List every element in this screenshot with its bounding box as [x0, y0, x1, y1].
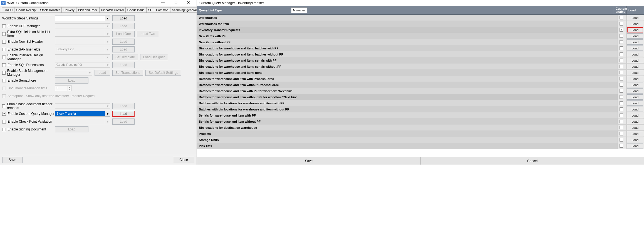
- minimize-button[interactable]: —: [157, 0, 169, 6]
- sqldim-checkbox[interactable]: [2, 63, 6, 67]
- right-titlebar: Custom Query Manager - InventoryTransfer: [197, 0, 644, 6]
- row-load-button[interactable]: Load: [627, 76, 643, 81]
- custom-enable-checkbox[interactable]: [620, 83, 623, 87]
- row-load-button[interactable]: Load: [627, 119, 643, 124]
- left-close-button[interactable]: Close: [173, 157, 194, 163]
- row-load-button[interactable]: Load: [627, 58, 643, 63]
- load-cell: Load: [627, 64, 644, 69]
- tab-grpo[interactable]: GRPO: [2, 7, 14, 12]
- left-save-button[interactable]: Save: [2, 157, 23, 163]
- custom-enable-checkbox[interactable]: [620, 71, 623, 74]
- grid-row: WarehousesLoad: [197, 15, 644, 21]
- batchmgr-defaults-button: Set Default Settings: [145, 70, 181, 76]
- tab-scanning-general[interactable]: Scanning: general: [170, 7, 199, 12]
- row-load-button[interactable]: Load: [627, 52, 643, 57]
- grid-row: New items with PFLoad: [197, 33, 644, 39]
- custom-enable-checkbox[interactable]: [620, 22, 623, 26]
- row-load-button[interactable]: Load: [627, 46, 643, 51]
- load-cell: Load: [627, 33, 644, 39]
- custom-enable-checkbox[interactable]: [620, 77, 623, 80]
- custom-enable-checkbox[interactable]: [620, 46, 623, 50]
- custom-enable-checkbox[interactable]: [620, 65, 623, 68]
- row-load-button[interactable]: Load: [627, 82, 643, 87]
- row-load-button[interactable]: Load: [627, 33, 643, 39]
- tab-goods-issue[interactable]: Goods Issue: [125, 7, 147, 12]
- row-load-button[interactable]: Load: [627, 143, 643, 148]
- grid-row: Warehouses for ItemLoad: [197, 21, 644, 27]
- query-name: Batches for warehouse and item with PF f…: [197, 88, 618, 94]
- custom-enable-checkbox[interactable]: [620, 28, 623, 32]
- right-save-button[interactable]: Save: [197, 157, 421, 165]
- cpv-checkbox[interactable]: [2, 120, 6, 124]
- row-load-button[interactable]: Load: [627, 39, 643, 45]
- custom-enable-checkbox[interactable]: [620, 144, 623, 148]
- row-load-button[interactable]: Load: [627, 131, 643, 136]
- workflow-load-button[interactable]: Load: [112, 15, 135, 21]
- custom-enable-checkbox[interactable]: [620, 59, 623, 62]
- docres-spinner: 5 ▴▾: [55, 85, 72, 91]
- semfirst-checkbox: [2, 94, 6, 98]
- row-load-button[interactable]: Load: [627, 27, 643, 32]
- newsu-checkbox[interactable]: [2, 40, 6, 44]
- custom-enable-checkbox[interactable]: [620, 138, 623, 142]
- basedoc-checkbox[interactable]: [2, 104, 5, 108]
- custom-enable-checkbox[interactable]: [620, 89, 623, 93]
- row-load-button[interactable]: Load: [627, 88, 643, 94]
- row-load-button[interactable]: Load: [627, 107, 643, 112]
- row-load-button[interactable]: Load: [627, 100, 643, 106]
- extrasql-checkbox[interactable]: [2, 32, 6, 36]
- row-load-button[interactable]: Load: [627, 94, 643, 100]
- cqm-combo[interactable]: Stock Transfer▾: [55, 111, 110, 117]
- sem-label: Enable Semaphore: [2, 79, 55, 82]
- custom-enable-cell: [618, 137, 627, 143]
- custom-enable-checkbox[interactable]: [620, 34, 623, 38]
- tab-delivery[interactable]: Delivery: [61, 7, 76, 12]
- row-load-button[interactable]: Load: [627, 125, 643, 130]
- custom-enable-checkbox[interactable]: [620, 52, 623, 56]
- custom-enable-checkbox[interactable]: [620, 16, 623, 19]
- custom-enable-checkbox[interactable]: [620, 107, 623, 111]
- custom-enable-checkbox[interactable]: [620, 114, 623, 117]
- sapline-checkbox[interactable]: [2, 48, 6, 51]
- right-cancel-button[interactable]: Cancel: [421, 157, 644, 165]
- tab-stock-transfer[interactable]: Stock Transfer: [38, 7, 62, 12]
- maximize-button[interactable]: ▢: [169, 0, 182, 6]
- sem-checkbox[interactable]: [2, 79, 6, 82]
- cqm-checkbox[interactable]: [2, 112, 6, 116]
- tab-goods-receipt[interactable]: Goods Receipt: [14, 7, 38, 12]
- custom-enable-checkbox[interactable]: [620, 132, 623, 135]
- row-load-button[interactable]: Load: [627, 15, 643, 20]
- cpv-combo: ▾: [55, 119, 110, 124]
- tab-pick-and-pack[interactable]: Pick and Pack: [76, 7, 100, 12]
- tab-manager[interactable]: Manager: [291, 7, 307, 13]
- query-name: Batches for warehouse and item with Proc…: [197, 76, 618, 82]
- sign-checkbox[interactable]: [2, 128, 6, 131]
- load-cell: Load: [627, 88, 644, 94]
- tab-su[interactable]: SU: [146, 7, 154, 12]
- load-cell: Load: [627, 76, 644, 82]
- idm-checkbox[interactable]: [2, 56, 6, 59]
- close-button[interactable]: ✕: [182, 0, 195, 6]
- custom-enable-checkbox[interactable]: [620, 95, 623, 99]
- custom-enable-checkbox[interactable]: [620, 40, 623, 44]
- row-load-button[interactable]: Load: [627, 21, 643, 26]
- tab-dispatch-control[interactable]: Dispatch Control: [99, 7, 126, 12]
- workflow-combo[interactable]: ▾: [55, 16, 110, 21]
- batchmgr-checkbox[interactable]: [2, 71, 6, 75]
- left-footer: Save Close: [0, 155, 197, 165]
- custom-enable-checkbox[interactable]: [620, 101, 623, 105]
- cpv-load-button: Load: [112, 119, 135, 125]
- row-load-button[interactable]: Load: [627, 137, 643, 142]
- udf-checkbox[interactable]: [2, 24, 6, 28]
- load-cell: Load: [627, 143, 644, 149]
- custom-enable-cell: [618, 45, 627, 51]
- cqm-load-button[interactable]: Load: [112, 111, 135, 117]
- custom-enable-checkbox[interactable]: [620, 126, 623, 129]
- query-name: Warehouses: [197, 15, 618, 21]
- row-load-button[interactable]: Load: [627, 70, 643, 75]
- tab-common[interactable]: Common: [154, 7, 170, 12]
- row-load-button[interactable]: Load: [627, 113, 643, 118]
- custom-enable-checkbox[interactable]: [620, 120, 623, 123]
- custom-enable-cell: [618, 70, 627, 75]
- row-load-button[interactable]: Load: [627, 64, 643, 69]
